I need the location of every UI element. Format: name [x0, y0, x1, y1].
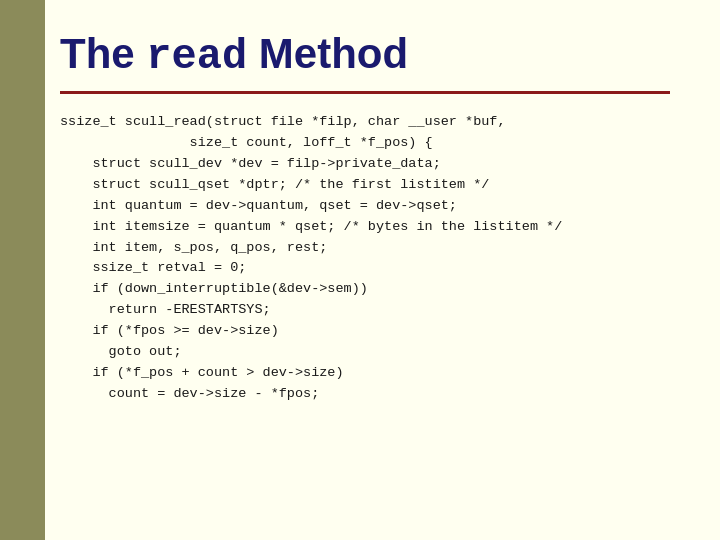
code-line: ssize_t scull_read(struct file *filp, ch… — [60, 112, 670, 133]
code-line: if (*f_pos + count > dev->size) — [60, 363, 670, 384]
code-line: int itemsize = quantum * qset; /* bytes … — [60, 217, 670, 238]
code-line: count = dev->size - *fpos; — [60, 384, 670, 405]
slide: The read Method ssize_t scull_read(struc… — [0, 0, 720, 540]
code-line: if (down_interruptible(&dev->sem)) — [60, 279, 670, 300]
code-line: int item, s_pos, q_pos, rest; — [60, 238, 670, 259]
code-line: struct scull_qset *dptr; /* the first li… — [60, 175, 670, 196]
code-line: return -ERESTARTSYS; — [60, 300, 670, 321]
slide-title: The read Method — [60, 30, 670, 81]
title-suffix: Method — [247, 30, 408, 77]
title-code: read — [146, 33, 247, 81]
code-line: int quantum = dev->quantum, qset = dev->… — [60, 196, 670, 217]
code-block: ssize_t scull_read(struct file *filp, ch… — [60, 112, 670, 405]
code-line: size_t count, loff_t *f_pos) { — [60, 133, 670, 154]
code-line: ssize_t retval = 0; — [60, 258, 670, 279]
code-line: struct scull_dev *dev = filp->private_da… — [60, 154, 670, 175]
title-area: The read Method — [60, 30, 670, 94]
title-prefix: The — [60, 30, 146, 77]
code-line: goto out; — [60, 342, 670, 363]
code-line: if (*fpos >= dev->size) — [60, 321, 670, 342]
left-decorative-bar — [0, 0, 45, 540]
